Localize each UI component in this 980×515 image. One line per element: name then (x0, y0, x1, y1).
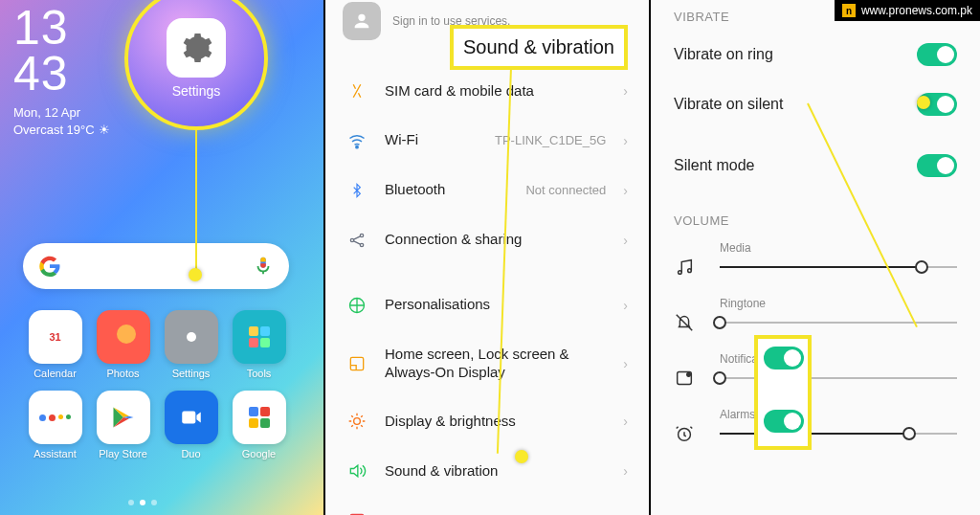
section-volume: VOLUME (651, 190, 980, 234)
person-icon (346, 296, 368, 315)
settings-item-value: TP-LINK_C1DE_5G (495, 133, 606, 147)
app-icon (29, 391, 82, 444)
svg-point-2 (356, 146, 358, 147)
clock-minutes: 43 (13, 47, 69, 101)
music-icon (674, 257, 702, 278)
chevron-right-icon: › (623, 356, 628, 371)
bt-icon (346, 181, 368, 200)
settings-item-home-screen-lock-screen-always-on-display[interactable]: Home screen, Lock screen & Always-On Dis… (325, 330, 649, 397)
app-label: Photos (106, 368, 139, 379)
app-tools[interactable]: Tools (229, 310, 289, 379)
bell-off-icon (674, 312, 702, 333)
watermark-icon: n (842, 4, 856, 17)
settings-item-label: SIM card & mobile data (385, 82, 606, 101)
chevron-right-icon: › (623, 233, 628, 248)
app-label: Settings (172, 368, 211, 379)
slider-label: Media (720, 241, 957, 255)
app-google[interactable]: Google (229, 391, 289, 459)
settings-item-display-brightness[interactable]: Display & brightness› (325, 396, 649, 446)
chevron-right-icon: › (623, 83, 628, 99)
settings-item-wi-fi[interactable]: Wi-FiTP-LINK_C1DE_5G› (325, 116, 649, 166)
svg-point-0 (117, 325, 136, 344)
toggle-label: Silent mode (674, 157, 755, 174)
app-icon (97, 310, 150, 364)
sound-icon (346, 461, 368, 481)
slider-media: Media (651, 234, 980, 289)
slider-label: Ringtone (720, 297, 957, 310)
settings-item-label: Connection & sharing (385, 231, 606, 249)
sun-icon: ☀ (99, 123, 110, 137)
settings-item-sound-vibration[interactable]: Sound & vibration› (325, 446, 649, 496)
notif-icon (674, 368, 702, 389)
app-label: Tools (247, 368, 272, 379)
toggle-label: Vibrate on silent (674, 96, 783, 113)
mic-icon[interactable] (253, 256, 274, 277)
sound-vibration-panel: VIBRATE Vibrate on ringVibrate on silent… (651, 0, 980, 515)
bright-icon (346, 412, 368, 431)
sound-vibration-callout: Sound & vibration (450, 25, 628, 70)
slider-track[interactable] (720, 257, 957, 278)
watermark: n www.pronews.com.pk (835, 0, 980, 21)
settings-item-personalisations[interactable]: Personalisations› (325, 280, 649, 330)
settings-item-label: Home screen, Lock screen & Always-On Dis… (385, 346, 606, 382)
settings-item-connection-sharing[interactable]: Connection & sharing› (325, 215, 649, 265)
app-play-store[interactable]: Play Store (93, 391, 153, 459)
svg-point-5 (360, 243, 363, 246)
wifi-icon (346, 131, 368, 150)
settings-item-sim-card-mobile-data[interactable]: SIM card & mobile data› (325, 67, 649, 116)
chevron-right-icon: › (623, 414, 628, 429)
svg-point-3 (350, 238, 353, 241)
weather-display: Overcast 19°C ☀ (13, 123, 110, 137)
app-settings[interactable]: Settings (161, 310, 221, 379)
svg-point-11 (688, 269, 692, 273)
settings-highlight-circle[interactable]: Settings (124, 0, 268, 130)
alarm-icon (674, 423, 702, 444)
google-g-icon (38, 255, 61, 278)
app-calendar[interactable]: 31Calendar (25, 310, 85, 379)
toggle-switch[interactable] (917, 154, 957, 177)
app-label: Duo (181, 448, 200, 459)
slider-notification: Notification (651, 345, 980, 400)
app-icon (165, 391, 218, 444)
watermark-text: www.pronews.com.pk (861, 4, 972, 17)
settings-highlight-label: Settings (172, 83, 221, 99)
demo-toggle-1 (764, 347, 804, 369)
app-label: Assistant (33, 448, 77, 459)
settings-item-label: Wi-Fi (385, 131, 478, 149)
slider-track[interactable] (720, 312, 957, 333)
toggle-silent-mode[interactable]: Silent mode (651, 129, 980, 190)
toggle-label: Vibrate on ring (674, 46, 773, 63)
toggle-vibrate-on-ring[interactable]: Vibrate on ring (651, 30, 980, 79)
clock-display: 13 43 (13, 6, 69, 97)
settings-item-label: Personalisations (385, 296, 606, 314)
slider-alarms: Alarms (651, 400, 980, 456)
page-indicator (0, 500, 285, 505)
app-duo[interactable]: Duo (161, 391, 221, 459)
settings-item-label: Display & brightness (385, 413, 606, 431)
chevron-right-icon: › (623, 298, 628, 313)
settings-list-panel: Sign in to use services. Sound & vibrati… (325, 0, 651, 515)
settings-item-label: Sound & vibration (385, 462, 606, 481)
settings-item-notification-status-bar[interactable]: Notification & status bar› (325, 496, 649, 515)
demo-toggle-2 (764, 410, 804, 433)
svg-point-13 (687, 373, 691, 377)
app-icon (233, 391, 286, 444)
app-icon (233, 310, 286, 364)
google-search-bar[interactable] (23, 243, 289, 289)
slider-ringtone: Ringtone (651, 289, 980, 345)
chevron-right-icon: › (623, 183, 628, 198)
app-icon (165, 310, 218, 364)
app-photos[interactable]: Photos (93, 310, 153, 379)
toggle-switch[interactable] (917, 43, 957, 66)
date-display: Mon, 12 Apr (13, 105, 80, 120)
avatar-icon (343, 2, 381, 40)
app-icon: 31 (29, 310, 82, 364)
chevron-right-icon: › (623, 463, 628, 479)
svg-point-4 (360, 234, 363, 236)
notif-icon (346, 511, 368, 515)
home-screen-panel: 13 43 Mon, 12 Apr Overcast 19°C ☀ Settin… (0, 0, 325, 515)
sim-icon (346, 82, 368, 100)
chevron-right-icon: › (623, 133, 628, 148)
app-assistant[interactable]: Assistant (25, 391, 85, 459)
settings-item-bluetooth[interactable]: BluetoothNot connected› (325, 166, 649, 215)
